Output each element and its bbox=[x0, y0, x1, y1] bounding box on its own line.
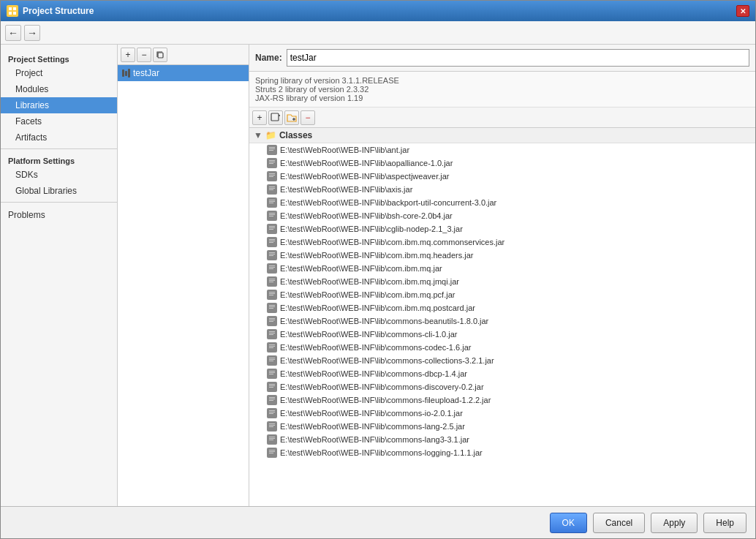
svg-rect-55 bbox=[269, 292, 275, 293]
svg-rect-43 bbox=[269, 252, 275, 253]
svg-rect-2 bbox=[9, 12, 12, 15]
cancel-button[interactable]: Cancel bbox=[593, 513, 645, 533]
jar-icon bbox=[267, 382, 277, 392]
svg-rect-83 bbox=[269, 384, 275, 385]
jar-item: E:\test\WebRoot\WEB-INF\lib\com.ibm.mq.p… bbox=[249, 301, 755, 314]
svg-rect-97 bbox=[269, 426, 273, 427]
svg-rect-44 bbox=[269, 254, 275, 255]
sidebar-item-global-libraries[interactable]: Global Libraries bbox=[1, 183, 117, 199]
jar-icon bbox=[267, 342, 277, 353]
svg-rect-47 bbox=[269, 265, 275, 266]
jar-item: E:\test\WebRoot\WEB-INF\lib\commons-disc… bbox=[249, 380, 755, 393]
svg-rect-37 bbox=[269, 229, 273, 230]
library-icon bbox=[122, 69, 130, 78]
add-class-button[interactable]: + bbox=[252, 110, 267, 125]
jar-item: E:\test\WebRoot\WEB-INF\lib\commons-lang… bbox=[249, 420, 755, 433]
add-button[interactable]: + bbox=[121, 48, 135, 62]
project-settings-header: Project Settings bbox=[1, 50, 117, 65]
svg-rect-11 bbox=[269, 147, 275, 148]
bottom-bar: OK Cancel Apply Help bbox=[1, 506, 755, 538]
svg-rect-17 bbox=[269, 163, 273, 164]
jar-icon bbox=[267, 369, 277, 379]
jar-icon bbox=[267, 355, 277, 366]
remove-class-button[interactable]: − bbox=[300, 110, 315, 125]
svg-rect-52 bbox=[269, 280, 275, 281]
copy-button[interactable] bbox=[153, 48, 167, 62]
jar-item: E:\test\WebRoot\WEB-INF\lib\commons-coll… bbox=[249, 354, 755, 367]
right-panel: Name: Spring library of version 3.1.1.RE… bbox=[249, 45, 755, 506]
svg-rect-67 bbox=[269, 331, 275, 332]
sidebar-item-problems[interactable]: Problems bbox=[1, 206, 117, 223]
info-line-1: Spring library of version 3.1.1.RELEASE bbox=[255, 76, 749, 85]
sidebar-item-artifacts[interactable]: Artifacts bbox=[1, 129, 117, 146]
svg-rect-103 bbox=[269, 450, 275, 451]
jar-icon bbox=[267, 184, 277, 195]
svg-rect-5 bbox=[271, 113, 279, 121]
add-class-folder-button[interactable] bbox=[284, 110, 299, 125]
svg-rect-60 bbox=[269, 306, 275, 307]
jar-icon bbox=[267, 197, 277, 208]
svg-rect-0 bbox=[9, 7, 12, 10]
svg-rect-23 bbox=[269, 186, 275, 187]
jar-item: E:\test\WebRoot\WEB-INF\lib\axis.jar bbox=[249, 183, 755, 196]
jar-item: E:\test\WebRoot\WEB-INF\lib\commons-dbcp… bbox=[249, 367, 755, 380]
title-bar-left: Project Structure bbox=[7, 5, 94, 17]
close-button[interactable]: ✕ bbox=[736, 5, 749, 17]
svg-rect-28 bbox=[269, 201, 275, 202]
svg-rect-81 bbox=[269, 374, 273, 374]
name-input[interactable] bbox=[287, 49, 749, 67]
remove-button[interactable]: − bbox=[137, 48, 151, 62]
svg-rect-39 bbox=[269, 239, 275, 240]
svg-rect-36 bbox=[269, 227, 275, 228]
add-class-alt-button[interactable] bbox=[268, 110, 283, 125]
svg-rect-4 bbox=[158, 53, 163, 58]
library-item-testjar[interactable]: testJar bbox=[118, 65, 249, 81]
classes-header: ▼ 📁 Classes bbox=[249, 128, 755, 143]
jar-icon bbox=[267, 276, 277, 287]
svg-rect-85 bbox=[269, 387, 273, 388]
back-button[interactable]: ← bbox=[5, 25, 21, 41]
svg-rect-40 bbox=[269, 241, 275, 241]
name-label: Name: bbox=[255, 53, 282, 63]
sidebar-item-modules[interactable]: Modules bbox=[1, 81, 117, 97]
platform-settings-header: Platform Settings bbox=[1, 152, 117, 167]
sidebar-item-facets[interactable]: Facets bbox=[1, 113, 117, 129]
help-button[interactable]: Help bbox=[703, 513, 746, 533]
forward-button[interactable]: → bbox=[24, 25, 40, 41]
apply-button[interactable]: Apply bbox=[651, 513, 698, 533]
svg-rect-21 bbox=[269, 176, 273, 177]
info-text: Spring library of version 3.1.1.RELEASE … bbox=[249, 72, 755, 108]
svg-rect-93 bbox=[269, 413, 273, 414]
svg-rect-76 bbox=[269, 359, 275, 360]
jar-item: E:\test\WebRoot\WEB-INF\lib\com.ibm.mq.j… bbox=[249, 262, 755, 275]
svg-rect-100 bbox=[269, 438, 275, 439]
sidebar-item-project[interactable]: Project bbox=[1, 65, 117, 81]
jar-icon bbox=[267, 408, 277, 418]
jar-item: E:\test\WebRoot\WEB-INF\lib\ant.jar bbox=[249, 143, 755, 157]
jar-icon bbox=[267, 329, 277, 339]
center-panel: + − testJar bbox=[118, 45, 249, 506]
svg-rect-1 bbox=[13, 7, 16, 10]
jar-icon bbox=[267, 316, 277, 326]
ok-button[interactable]: OK bbox=[550, 513, 587, 533]
svg-rect-56 bbox=[269, 293, 275, 294]
svg-rect-59 bbox=[269, 305, 275, 306]
jar-icon bbox=[267, 290, 277, 300]
svg-rect-24 bbox=[269, 188, 275, 189]
svg-rect-68 bbox=[269, 333, 275, 333]
sidebar-item-libraries[interactable]: Libraries bbox=[1, 97, 117, 113]
svg-rect-64 bbox=[269, 320, 275, 320]
svg-rect-77 bbox=[269, 361, 273, 361]
svg-rect-20 bbox=[269, 175, 275, 176]
svg-rect-84 bbox=[269, 385, 275, 386]
top-toolbar: ← → bbox=[1, 21, 755, 45]
project-structure-window: Project Structure ✕ ← → Project Settings… bbox=[0, 0, 756, 539]
svg-rect-71 bbox=[269, 344, 275, 345]
collapse-icon: ▼ bbox=[254, 130, 262, 140]
svg-rect-53 bbox=[269, 282, 273, 282]
jar-icon bbox=[267, 145, 277, 155]
svg-rect-49 bbox=[269, 268, 273, 269]
svg-rect-33 bbox=[269, 216, 273, 216]
sidebar-item-sdks[interactable]: SDKs bbox=[1, 167, 117, 183]
svg-rect-80 bbox=[269, 372, 275, 373]
